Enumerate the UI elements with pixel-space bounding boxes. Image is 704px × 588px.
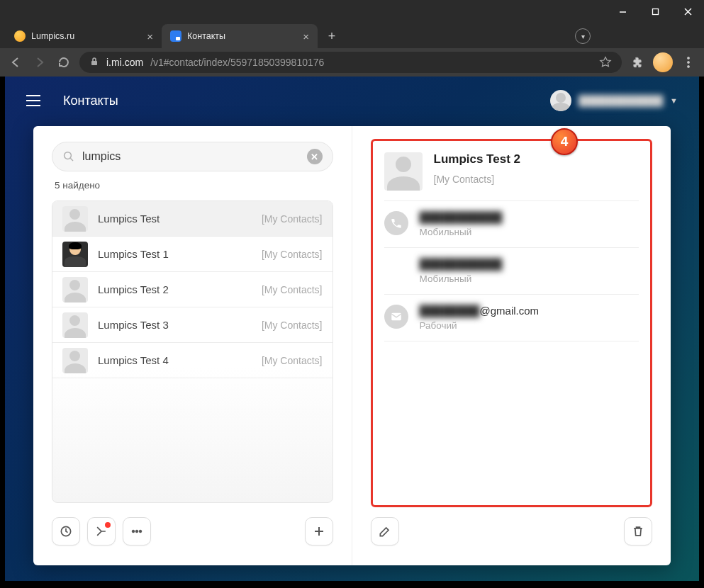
url-path: /v1#contact/index/55971850399810176 [150,57,324,68]
phone-label: Мобильный [420,273,503,284]
back-button[interactable] [7,54,24,71]
svg-point-7 [687,65,689,67]
contacts-card: ✕ 5 найдено Lumpics Test [My Contacts] L… [33,126,671,565]
contact-group: [My Contacts] [262,213,323,225]
contact-group: [My Contacts] [262,320,323,331]
browser-toolbar: i.mi.com/v1#contact/index/55971850399810… [0,48,704,77]
contact-group: [My Contacts] [262,355,323,366]
contacts-list-panel: ✕ 5 найдено Lumpics Test [My Contacts] L… [33,126,352,565]
email-field: ████████@gmail.com Рабочий [384,295,639,341]
tab-title: Контакты [187,31,225,41]
detail-name: Lumpics Test 2 [434,152,521,166]
tab-options-button[interactable]: ▾ [575,28,591,44]
menu-icon[interactable] [26,95,40,106]
username-label: ████████████ [579,95,663,106]
callout-badge: 4 [551,128,578,155]
contact-name: Lumpics Test 1 [98,248,169,260]
search-box[interactable]: ✕ [52,142,333,171]
search-input[interactable] [82,150,300,163]
phone-field: ███████████ Мобильный [384,201,639,248]
new-tab-button[interactable]: + [322,26,342,46]
contact-row[interactable]: Lumpics Test 2 [My Contacts] [52,272,333,307]
mail-icon [384,305,408,329]
notification-dot-icon [105,522,111,528]
list-toolbar [52,513,333,550]
extensions-button[interactable] [629,54,646,71]
svg-point-11 [132,530,135,533]
email-value: ████████@gmail.com [420,305,540,317]
contact-avatar-icon [62,348,88,373]
svg-point-13 [139,530,142,533]
chevron-down-icon: ▼ [670,96,678,105]
svg-rect-4 [91,61,97,65]
merge-button[interactable] [87,517,116,545]
contact-row[interactable]: Lumpics Test [My Contacts] [52,201,333,237]
user-menu[interactable]: ████████████ ▼ [550,90,678,111]
browser-tabstrip: Lumpics.ru × Контакты × + ▾ [0,23,704,48]
contact-detail-panel: 4 Lumpics Test 2 [My Contacts] █████████… [352,126,671,565]
window-titlebar [0,0,704,23]
window-maximize-button[interactable] [639,0,671,23]
contact-group: [My Contacts] [262,284,323,295]
search-icon [62,150,75,163]
phone-label: Мобильный [420,227,503,237]
contact-avatar-icon [62,206,88,232]
reload-button[interactable] [55,54,72,71]
callout-highlight: 4 Lumpics Test 2 [My Contacts] █████████… [371,139,653,507]
contact-avatar-icon [62,312,88,338]
search-results-count: 5 найдено [55,180,333,191]
detail-header: Lumpics Test 2 [My Contacts] [384,149,639,201]
svg-line-9 [70,158,73,161]
email-label: Рабочий [420,320,540,331]
more-button[interactable] [123,517,151,545]
contact-avatar-icon [62,277,88,303]
contact-name: Lumpics Test 2 [98,283,169,295]
detail-toolbar [371,513,653,550]
app-header: Контакты ████████████ ▼ [5,77,699,125]
browser-tab-lumpics[interactable]: Lumpics.ru × [6,24,162,48]
contact-avatar-icon [384,152,423,191]
phone-field: ███████████ Мобильный [384,248,639,295]
svg-rect-1 [652,9,658,14]
lock-icon [89,57,99,69]
contact-name: Lumpics Test [98,213,160,225]
add-contact-button[interactable] [305,517,333,545]
svg-point-6 [687,61,689,63]
contacts-list: Lumpics Test [My Contacts] Lumpics Test … [52,200,333,503]
favicon-icon [170,30,181,42]
profile-avatar[interactable] [653,52,673,72]
spacer-icon [384,258,408,282]
tab-title: Lumpics.ru [31,31,74,41]
bookmark-icon[interactable] [599,56,612,69]
tab-close-icon[interactable]: × [147,30,153,43]
detail-group: [My Contacts] [434,174,521,185]
delete-button[interactable] [624,517,652,545]
svg-point-8 [65,152,72,159]
page-viewport: Контакты ████████████ ▼ ✕ 5 найдено Lump… [5,77,699,581]
browser-menu-button[interactable] [680,54,697,71]
contact-group: [My Contacts] [262,249,323,260]
contact-row[interactable]: Lumpics Test 3 [My Contacts] [52,307,333,343]
address-bar[interactable]: i.mi.com/v1#contact/index/55971850399810… [79,52,622,73]
svg-point-12 [135,530,138,533]
svg-point-5 [687,57,689,59]
history-button[interactable] [52,517,80,545]
tab-close-icon[interactable]: × [303,30,309,43]
window-close-button[interactable] [671,0,704,23]
browser-tab-contacts[interactable]: Контакты × [162,24,318,48]
url-host: i.mi.com [106,57,143,68]
contact-row[interactable]: Lumpics Test 1 [My Contacts] [52,237,333,272]
phone-value: ███████████ [420,211,503,223]
contact-name: Lumpics Test 3 [98,319,169,331]
contact-avatar-icon [62,242,88,267]
phone-value: ███████████ [420,258,503,270]
page-title: Контакты [63,94,118,108]
window-minimize-button[interactable] [606,0,639,23]
contact-row[interactable]: Lumpics Test 4 [My Contacts] [52,343,333,378]
clear-search-icon[interactable]: ✕ [307,149,323,164]
edit-button[interactable] [371,517,399,545]
forward-button[interactable] [31,54,48,71]
favicon-icon [14,30,26,42]
phone-icon [384,211,408,235]
avatar-icon [550,90,571,111]
